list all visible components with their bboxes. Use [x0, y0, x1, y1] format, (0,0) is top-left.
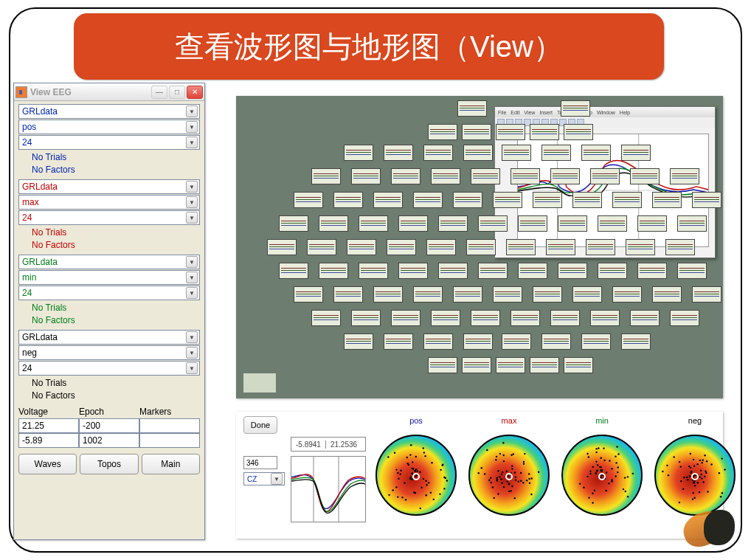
- channel-thumbnail[interactable]: [530, 124, 559, 140]
- channel-thumbnail[interactable]: [453, 286, 482, 303]
- main-button[interactable]: Main: [142, 454, 200, 474]
- channel-thumbnail[interactable]: [511, 168, 540, 184]
- channel-thumbnail[interactable]: [438, 215, 468, 232]
- channel-thumbnail[interactable]: [564, 124, 593, 140]
- channel-thumbnail[interactable]: [463, 333, 493, 350]
- mode-select[interactable]: neg▼: [18, 345, 200, 360]
- menu-window[interactable]: Window: [597, 110, 615, 115]
- table-cell[interactable]: [18, 418, 79, 433]
- chevron-down-icon[interactable]: ▼: [186, 136, 198, 148]
- channel-thumbnail[interactable]: [502, 333, 531, 350]
- topo-map-pos[interactable]: [372, 431, 460, 519]
- channel-thumbnail[interactable]: [478, 263, 508, 279]
- channel-thumbnail[interactable]: [692, 192, 721, 208]
- channel-thumbnail[interactable]: [391, 168, 421, 184]
- channel-thumbnail[interactable]: [347, 239, 376, 255]
- waves-button[interactable]: Waves: [18, 454, 77, 474]
- menu-edit[interactable]: Edit: [511, 110, 519, 115]
- chevron-down-icon[interactable]: ▼: [186, 196, 198, 208]
- channel-count-select[interactable]: 24▼: [18, 210, 200, 225]
- channel-thumbnail[interactable]: [502, 145, 531, 161]
- channel-thumbnail[interactable]: [431, 168, 460, 184]
- channel-thumbnail[interactable]: [652, 192, 682, 208]
- channel-thumbnail[interactable]: [652, 286, 682, 303]
- channel-thumbnail[interactable]: [533, 286, 562, 303]
- channel-thumbnail[interactable]: [319, 263, 348, 279]
- channel-thumbnail[interactable]: [438, 263, 468, 279]
- channel-thumbnail[interactable]: [670, 168, 699, 184]
- chevron-down-icon[interactable]: ▼: [186, 362, 198, 374]
- dataset-select[interactable]: GRLdata▼: [18, 104, 200, 119]
- channel-thumbnail[interactable]: [550, 168, 580, 184]
- channel-thumbnail[interactable]: [384, 145, 413, 161]
- channel-thumbnail[interactable]: [630, 310, 660, 326]
- channel-thumbnail[interactable]: [294, 286, 323, 303]
- channel-thumbnail[interactable]: [564, 357, 593, 373]
- channel-thumbnail[interactable]: [665, 239, 695, 255]
- mode-select[interactable]: max▼: [18, 195, 200, 210]
- menu-view[interactable]: View: [524, 110, 535, 115]
- topo-map-min[interactable]: [558, 431, 646, 519]
- channel-thumbnail[interactable]: [572, 192, 602, 208]
- table-cell[interactable]: [79, 418, 139, 433]
- channel-thumbnail[interactable]: [428, 124, 457, 140]
- channel-thumbnail[interactable]: [692, 286, 721, 303]
- done-button[interactable]: Done: [243, 416, 277, 434]
- channel-thumbnail[interactable]: [586, 239, 615, 255]
- channel-thumbnail[interactable]: [426, 239, 456, 255]
- channel-thumbnail[interactable]: [621, 333, 651, 350]
- channel-thumbnail[interactable]: [333, 286, 363, 303]
- mode-select[interactable]: pos▼: [18, 120, 200, 134]
- channel-thumbnail[interactable]: [572, 286, 602, 303]
- menu-file[interactable]: File: [498, 110, 506, 115]
- channel-thumbnail[interactable]: [373, 192, 403, 208]
- channel-thumbnail[interactable]: [359, 215, 388, 232]
- channel-thumbnail[interactable]: [453, 192, 482, 208]
- channel-thumbnail[interactable]: [413, 192, 443, 208]
- channel-thumbnail[interactable]: [359, 263, 388, 279]
- chevron-down-icon[interactable]: ▼: [186, 181, 198, 193]
- channel-select[interactable]: CZ: [247, 475, 257, 483]
- channel-thumbnail[interactable]: [496, 357, 525, 373]
- channel-thumbnail[interactable]: [478, 215, 508, 232]
- channel-thumbnail[interactable]: [637, 263, 667, 279]
- channel-thumbnail[interactable]: [561, 100, 590, 117]
- channel-thumbnail[interactable]: [518, 263, 547, 279]
- table-cell[interactable]: [139, 418, 200, 433]
- channel-thumbnail[interactable]: [590, 168, 620, 184]
- chevron-down-icon[interactable]: ▼: [186, 272, 198, 283]
- chevron-down-icon[interactable]: ▼: [186, 256, 198, 268]
- channel-count-select[interactable]: 24▼: [18, 361, 200, 376]
- channel-thumbnail[interactable]: [581, 145, 611, 161]
- channel-thumbnail[interactable]: [493, 286, 522, 303]
- channel-thumbnail[interactable]: [413, 286, 443, 303]
- sample-field[interactable]: [243, 456, 277, 469]
- channel-thumbnail[interactable]: [462, 124, 491, 140]
- chevron-down-icon[interactable]: ▼: [186, 287, 198, 299]
- channel-thumbnail[interactable]: [546, 239, 575, 255]
- channel-count-select[interactable]: 24▼: [18, 135, 200, 150]
- channel-thumbnail[interactable]: [398, 263, 428, 279]
- close-button[interactable]: ✕: [187, 86, 203, 99]
- channel-thumbnail[interactable]: [518, 215, 547, 232]
- table-cell[interactable]: [79, 433, 139, 448]
- dataset-select[interactable]: GRLdata▼: [18, 179, 200, 194]
- channel-thumbnail[interactable]: [423, 145, 453, 161]
- channel-thumbnail[interactable]: [558, 263, 587, 279]
- channel-thumbnail[interactable]: [511, 310, 540, 326]
- channel-thumbnail[interactable]: [431, 310, 460, 326]
- channel-thumbnail[interactable]: [384, 333, 413, 350]
- channel-thumbnail[interactable]: [311, 310, 341, 326]
- channel-thumbnail[interactable]: [626, 239, 655, 255]
- chevron-down-icon[interactable]: ▼: [186, 106, 198, 117]
- channel-thumbnail[interactable]: [598, 263, 627, 279]
- channel-thumbnail[interactable]: [677, 215, 707, 232]
- channel-thumbnail[interactable]: [319, 215, 348, 232]
- channel-thumbnail[interactable]: [471, 168, 500, 184]
- channel-thumbnail[interactable]: [351, 168, 381, 184]
- channel-thumbnail[interactable]: [530, 357, 559, 373]
- channel-thumbnail[interactable]: [351, 310, 381, 326]
- channel-thumbnail[interactable]: [533, 192, 562, 208]
- channel-thumbnail[interactable]: [333, 192, 363, 208]
- channel-thumbnail[interactable]: [493, 192, 522, 208]
